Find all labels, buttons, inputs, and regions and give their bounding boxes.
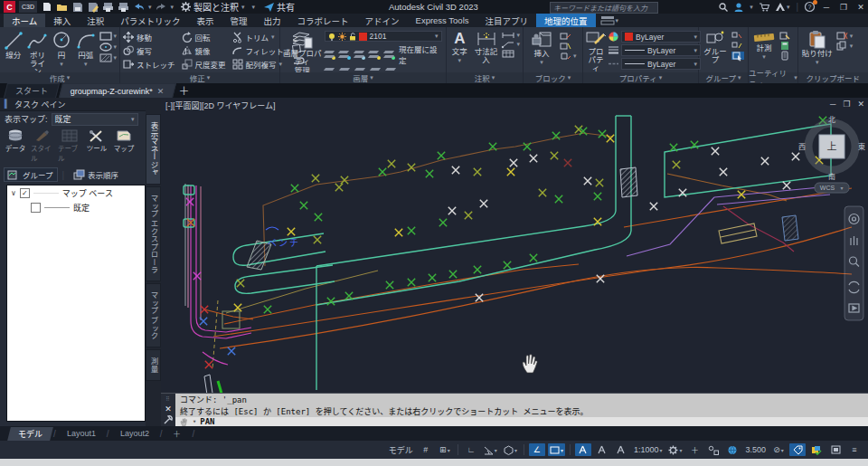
- close-button[interactable]: ✕: [855, 3, 866, 12]
- view-cube[interactable]: 上 北 西 東 南: [798, 116, 865, 181]
- ortho-mode-toggle[interactable]: ∟: [463, 443, 479, 456]
- block-edit-icon[interactable]: [560, 32, 571, 40]
- object-color-dropdown[interactable]: ByLayer▾: [621, 31, 701, 43]
- scale-button[interactable]: 尺度変更: [182, 59, 226, 70]
- file-tab-close-icon[interactable]: ✕: [157, 87, 165, 96]
- copy-button[interactable]: 複写: [123, 45, 175, 56]
- panel-label-properties[interactable]: プロパティ▾: [583, 72, 698, 83]
- crosshair-toggle[interactable]: ＋: [686, 443, 703, 456]
- panel-label-modify[interactable]: 修正▾: [120, 72, 279, 83]
- customization-menu[interactable]: ≡: [846, 443, 863, 456]
- save-as-icon[interactable]: [87, 1, 99, 13]
- panel-label-clipboard[interactable]: クリップボード: [798, 72, 868, 83]
- status-model-space[interactable]: モデル: [387, 443, 415, 456]
- navigation-bar[interactable]: [844, 206, 863, 320]
- tab-view[interactable]: 表示: [188, 14, 222, 27]
- set-current-layer-icon[interactable]: [384, 50, 395, 59]
- isolate-objects-toggle[interactable]: ⊘▾: [770, 443, 787, 456]
- tab-output[interactable]: 出力: [256, 14, 289, 27]
- tab-survey[interactable]: 測量: [146, 349, 161, 381]
- layer-select-dropdown[interactable]: 2101 ▾: [325, 31, 442, 42]
- isodraft-toggle[interactable]: ▾: [502, 443, 519, 456]
- block-attrib-icon[interactable]: [560, 42, 571, 50]
- object-snap-toggle[interactable]: ▾: [548, 443, 565, 456]
- group-select-toggle-icon[interactable]: [731, 52, 744, 60]
- measure-button[interactable]: 計測▾: [751, 29, 777, 71]
- isolate-objects-pair[interactable]: [705, 443, 722, 456]
- ellipse-tool-icon[interactable]: ▾: [99, 43, 118, 52]
- open-folder-icon[interactable]: [56, 1, 68, 13]
- redo-dropdown-icon[interactable]: ▾: [171, 4, 175, 11]
- autodesk-menu[interactable]: ▾: [776, 3, 790, 11]
- annotation-scale-value[interactable]: 1:1000▾: [632, 443, 665, 456]
- account-dropdown-icon[interactable]: ▾: [750, 4, 753, 11]
- circle-button[interactable]: 円▾: [51, 29, 72, 71]
- tab-model[interactable]: モデル: [7, 427, 53, 441]
- cut-icon[interactable]: ▾: [836, 32, 854, 40]
- workspace-settings-gear[interactable]: ▾: [666, 443, 684, 456]
- annotation-scale-icon[interactable]: [613, 443, 629, 456]
- app-logo-icon[interactable]: C: [4, 1, 15, 13]
- group-view-button[interactable]: グループ: [4, 167, 58, 182]
- linetype-dropdown[interactable]: ByLayer▾: [621, 58, 701, 70]
- file-tab-drawing[interactable]: groupmap-Z-curewink*✕: [59, 83, 176, 98]
- hatch-tool-icon[interactable]: ▾: [99, 53, 118, 62]
- qat-overflow-icon[interactable]: ▾: [252, 4, 256, 11]
- group-button[interactable]: グループ: [702, 29, 729, 71]
- insert-button[interactable]: 挿入▾: [526, 29, 557, 71]
- leader-icon[interactable]: ▾: [502, 41, 520, 48]
- new-file-icon[interactable]: [41, 1, 52, 13]
- rotate-button[interactable]: 回転: [182, 32, 226, 43]
- display-map-dropdown[interactable]: 既定▾: [52, 113, 138, 126]
- layer-lock-icon[interactable]: [369, 50, 380, 59]
- set-current-label[interactable]: 現在層に設定: [399, 43, 443, 65]
- tab-insert[interactable]: 挿入: [45, 14, 79, 27]
- layer-freeze-icon[interactable]: [354, 50, 365, 59]
- id-point-icon[interactable]: [779, 52, 790, 60]
- panel-label-annotation[interactable]: 注釈▾: [447, 72, 523, 83]
- workspace-switcher[interactable]: 製図と注釈 ▾: [177, 1, 249, 13]
- map-base-checkbox[interactable]: ✓: [20, 188, 30, 198]
- mirror-button[interactable]: 鏡像: [182, 45, 226, 56]
- tab-map-book[interactable]: マップ ブック: [146, 283, 161, 347]
- linear-dim-icon[interactable]: ▾: [502, 32, 520, 39]
- tab-home[interactable]: ホーム: [4, 14, 45, 27]
- draw-order-button[interactable]: 表示順序: [69, 167, 123, 182]
- tab-annotate[interactable]: 注釈: [79, 14, 112, 27]
- tab-express-tools[interactable]: Express Tools: [408, 14, 477, 27]
- share-button[interactable]: 共有: [264, 0, 295, 14]
- block-define-icon[interactable]: ▾: [560, 52, 577, 60]
- command-customize-icon[interactable]: [164, 415, 173, 424]
- graphics-performance[interactable]: [724, 443, 741, 456]
- search-input[interactable]: キーワードまたは語句を入力: [550, 2, 658, 14]
- tab-geolocation[interactable]: 地理的位置: [536, 14, 596, 27]
- ribbon-display-toggle[interactable]: ▾: [601, 14, 619, 27]
- cart-icon[interactable]: [760, 3, 769, 12]
- tab-map-explorer[interactable]: マップ エクスプローラ: [146, 186, 161, 281]
- plot-icon[interactable]: [102, 1, 114, 13]
- paste-button[interactable]: 貼り付け▾: [801, 29, 834, 71]
- copy-clip-icon[interactable]: ▾: [836, 42, 854, 50]
- style-tool[interactable]: スタイル: [31, 129, 54, 163]
- text-button[interactable]: A 文字▾: [449, 29, 470, 71]
- quick-calc-icon[interactable]: [779, 42, 790, 50]
- drawing-close-icon[interactable]: ✕: [857, 100, 864, 109]
- panel-label-groups[interactable]: グループ▾: [699, 72, 748, 83]
- new-layout-button[interactable]: ＋: [163, 427, 193, 441]
- lineweight-icon[interactable]: [609, 46, 618, 54]
- ucs-dropdown[interactable]: WCS ▾: [815, 183, 849, 193]
- redo-icon[interactable]: [156, 1, 167, 13]
- drawing-canvas[interactable]: [-][平面図][2D ワイヤフレーム] ─ ❐ ✕: [161, 98, 868, 426]
- tools-tool[interactable]: ツール: [85, 129, 108, 163]
- polyline-button[interactable]: ポリライン: [27, 29, 49, 71]
- layer-properties-button[interactable]: 画層プロパティ管理: [283, 29, 322, 71]
- command-close-icon[interactable]: ✕: [165, 404, 172, 414]
- line-button[interactable]: 線分: [3, 29, 24, 71]
- search-icon[interactable]: [719, 3, 728, 12]
- match-properties-button[interactable]: プロパティコピー: [586, 29, 606, 71]
- grid-display-toggle[interactable]: #: [418, 443, 434, 456]
- panel-label-layers[interactable]: 画層▾: [280, 72, 446, 83]
- save-icon[interactable]: [71, 1, 83, 13]
- data-tool[interactable]: データ: [4, 129, 27, 163]
- annotation-monitor-tag[interactable]: [789, 443, 806, 456]
